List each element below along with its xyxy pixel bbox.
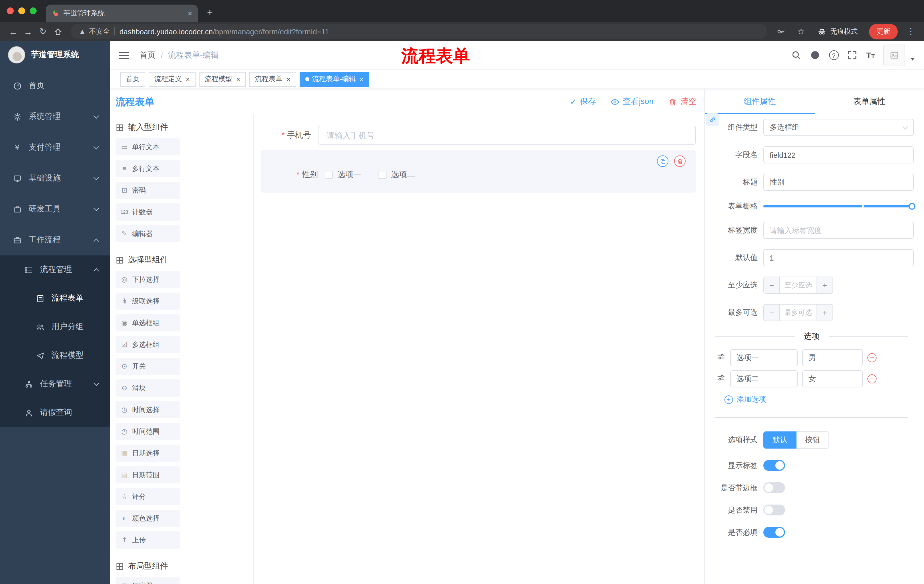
palette-item-time-picker[interactable]: ◷时间选择 [116,401,180,418]
gender-option-2-checkbox[interactable]: 选项二 [378,170,415,180]
palette-item-color-picker[interactable]: ◐颜色选择 [116,510,180,527]
field-name-input[interactable] [763,146,914,163]
option-label-input[interactable] [730,370,798,387]
view-json-button[interactable]: 查看json [611,97,653,107]
palette-item-switch[interactable]: ⊙开关 [116,358,180,375]
remove-option-icon[interactable]: − [867,374,876,383]
option-value-input[interactable] [802,349,863,366]
palette-item-radio-group[interactable]: ◉单选框组 [116,314,180,331]
close-icon[interactable]: × [236,75,240,83]
plus-icon[interactable]: + [817,304,833,321]
forward-icon[interactable]: → [21,25,35,38]
palette-item-editor[interactable]: ✎编辑器 [116,225,180,242]
sidebar-item-leave-query[interactable]: 请假查询 [0,398,110,427]
reload-icon[interactable]: ↻ [35,25,50,38]
tab-component-props[interactable]: 组件属性 [705,89,815,114]
avatar[interactable] [883,44,905,66]
tab-form-props[interactable]: 表单属性 [815,89,924,114]
label-width-input[interactable] [763,222,914,239]
gender-option-1-checkbox[interactable]: 选项一 [325,170,361,180]
close-icon[interactable]: × [287,75,290,83]
slider-handle[interactable] [909,203,916,210]
palette-item-cascader[interactable]: ⋔级联选择 [116,293,180,310]
sidebar-item-infrastructure[interactable]: 基础设施 [0,163,110,194]
drag-handle-icon[interactable] [716,373,726,385]
clear-button[interactable]: 清空 [668,97,696,107]
password-key-icon[interactable] [773,25,788,38]
font-size-icon[interactable]: TT [866,50,875,60]
palette-item-password[interactable]: ⊡密码 [116,182,180,199]
browser-tab[interactable]: 芋道管理系统 × [46,5,198,22]
breadcrumb-home[interactable]: 首页 [140,50,155,60]
canvas-item-phone[interactable]: 手机号 [261,126,696,145]
max-select-value[interactable]: 最多可选 [780,304,817,321]
palette-item-upload[interactable]: ↥上传 [116,531,180,549]
sidebar-item-dev-tools[interactable]: 研发工具 [0,194,110,225]
phone-input[interactable] [318,126,696,145]
grid-slider[interactable] [763,205,911,207]
tab-close-icon[interactable]: × [188,9,192,17]
sidebar-logo[interactable]: 芋道管理系统 [0,41,110,69]
tag-process-form-edit[interactable]: 流程表单-编辑× [300,72,370,87]
sidebar-item-process-management[interactable]: 流程管理 [0,255,110,284]
show-label-toggle[interactable] [763,460,785,471]
home-icon[interactable] [50,25,65,38]
hamburger-icon[interactable] [119,52,129,59]
add-option-button[interactable]: + 添加选项 [710,394,914,405]
bookmark-star-icon[interactable]: ☆ [794,25,808,38]
help-icon[interactable]: ? [829,50,838,60]
github-icon[interactable] [810,50,820,60]
zoom-window-button[interactable] [30,7,36,14]
border-toggle[interactable] [763,482,785,493]
sidebar-item-task-management[interactable]: 任务管理 [0,370,110,398]
palette-item-checkbox-group[interactable]: ☑多选框组 [116,336,180,353]
style-button-button[interactable]: 按钮 [797,431,829,449]
browser-menu-icon[interactable]: ⋮ [903,25,918,38]
tag-process-form[interactable]: 流程表单× [249,72,296,87]
palette-item-multi-text[interactable]: ≡多行文本 [116,160,180,177]
link-icon[interactable] [706,113,719,126]
palette-item-slider[interactable]: ⊖滑块 [116,380,180,396]
sidebar-item-home[interactable]: 首页 [0,70,110,101]
sidebar-item-user-group[interactable]: 用户分组 [0,313,110,341]
tag-process-model[interactable]: 流程模型× [199,72,246,87]
minimize-window-button[interactable] [18,7,25,14]
sidebar-item-workflow[interactable]: 工作流程 [0,225,110,255]
close-window-button[interactable] [7,7,14,14]
title-input[interactable] [763,174,914,191]
palette-item-date-picker[interactable]: ▦日期选择 [116,444,180,462]
palette-item-row-container[interactable]: ▣行容器 [116,577,180,584]
browser-update-button[interactable]: 更新 [869,24,898,39]
copy-item-button[interactable] [657,155,668,167]
security-indicator[interactable]: ▲ 不安全 [79,26,110,36]
new-tab-button[interactable]: + [207,7,213,18]
palette-item-time-range[interactable]: ◴时间范围 [116,423,180,440]
drag-handle-icon[interactable] [716,352,726,364]
search-icon[interactable] [791,50,801,60]
palette-item-single-text[interactable]: ▭单行文本 [116,138,180,155]
remove-option-icon[interactable]: − [867,353,876,362]
close-icon[interactable]: × [186,75,190,83]
style-default-button[interactable]: 默认 [763,431,797,449]
minus-icon[interactable]: − [764,277,780,293]
sidebar-item-process-model[interactable]: 流程模型 [0,341,110,370]
back-icon[interactable]: ← [6,25,21,38]
plus-icon[interactable]: + [817,277,833,293]
option-value-input[interactable] [802,370,863,387]
canvas-item-gender-selected[interactable]: 性别 选项一 选项二 [261,150,696,192]
fullscreen-icon[interactable] [847,50,857,60]
min-select-value[interactable]: 至少应选 [780,277,817,293]
close-icon[interactable]: × [360,75,364,83]
tag-process-definition[interactable]: 流程定义× [148,72,196,87]
option-label-input[interactable] [730,349,798,366]
address-bar[interactable]: ▲ 不安全 dashboard.yudao.iocoder.cn/bpm/man… [71,24,767,39]
sidebar-item-payment-management[interactable]: ¥ 支付管理 [0,132,110,163]
default-value-input[interactable] [763,249,914,266]
save-button[interactable]: ✓保存 [570,97,596,107]
required-toggle[interactable] [763,527,785,538]
tag-home[interactable]: 首页 [120,72,145,87]
sidebar-item-system-management[interactable]: 系统管理 [0,101,110,132]
palette-item-rate[interactable]: ☆评分 [116,488,180,505]
caret-down-icon[interactable] [910,58,915,61]
sidebar-item-process-form[interactable]: 流程表单 [0,284,110,313]
